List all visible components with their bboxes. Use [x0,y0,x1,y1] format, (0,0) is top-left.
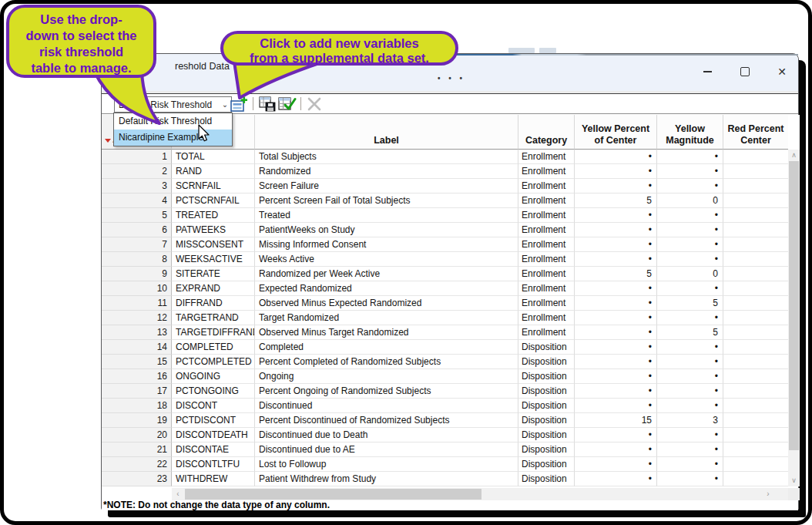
row-number-cell[interactable]: 6 [102,223,172,237]
yellow-magnitude-cell[interactable]: 3 [657,413,723,428]
yellow-percent-cell[interactable]: • [575,252,657,267]
yellow-magnitude-cell[interactable]: 5 [657,325,723,340]
row-number-cell[interactable]: 5 [102,208,172,223]
label-cell[interactable]: Percent Discontinued of Randomized Subje… [255,413,518,428]
variable-cell[interactable]: EXPRAND [172,281,255,296]
red-percent-cell[interactable] [723,355,788,369]
yellow-percent-cell[interactable]: • [575,281,657,296]
label-cell[interactable]: Ongoing [255,369,518,384]
red-percent-cell[interactable] [723,399,788,413]
row-number-cell[interactable]: 2 [102,164,172,179]
category-cell[interactable]: Disposition [518,384,575,399]
table-row[interactable]: 14COMPLETEDCompletedDisposition•• [102,340,800,355]
table-row[interactable]: 16ONGOINGOngoingDisposition•• [102,369,800,384]
category-cell[interactable]: Enrollment [518,281,575,296]
scroll-right-icon[interactable]: › [762,488,774,500]
row-number-cell[interactable]: 9 [102,267,172,281]
category-cell[interactable]: Enrollment [518,208,575,223]
yellow-magnitude-cell[interactable]: • [657,384,723,399]
yellow-percent-cell[interactable]: • [575,311,657,325]
horizontal-scrollbar[interactable]: ‹ › [172,488,788,500]
yellow-percent-cell[interactable]: • [575,340,657,355]
red-percent-cell[interactable] [723,325,788,340]
row-number-cell[interactable]: 15 [102,355,172,369]
label-cell[interactable]: Screen Failure [255,179,518,194]
variable-cell[interactable]: TREATED [172,208,255,223]
variable-cell[interactable]: ONGOING [172,369,255,384]
category-cell[interactable]: Enrollment [518,252,575,267]
variable-cell[interactable]: DISCONTLTFU [172,457,255,472]
red-percent-cell[interactable] [723,428,788,443]
variable-cell[interactable]: SCRNFAIL [172,179,255,194]
yellow-percent-cell[interactable]: • [575,223,657,237]
variable-cell[interactable]: DIFFRAND [172,296,255,311]
label-cell[interactable]: Weeks Active [255,252,518,267]
row-number-cell[interactable]: 14 [102,340,172,355]
maximize-button[interactable] [727,60,763,83]
label-cell[interactable]: Percent Screen Fail of Total Subjects [255,194,518,208]
delete-variable-button[interactable] [305,95,324,113]
yellow-magnitude-cell[interactable]: • [657,311,723,325]
yellow-magnitude-cell[interactable]: • [657,150,723,164]
variable-cell[interactable]: WEEKSACTIVE [172,252,255,267]
red-percent-cell[interactable] [723,369,788,384]
variable-cell[interactable]: DISCONTAE [172,443,255,457]
table-row[interactable]: 10EXPRANDExpected RandomizedEnrollment•• [102,281,800,296]
add-variables-button[interactable] [230,95,248,113]
table-row[interactable]: 9SITERATERandomized per Week ActiveEnrol… [102,267,800,281]
label-cell[interactable]: Discontinued due to Death [255,428,518,443]
category-cell[interactable]: Disposition [518,472,575,486]
yellow-percent-cell[interactable]: • [575,355,657,369]
yellow-percent-cell[interactable]: • [575,150,657,164]
label-cell[interactable]: Percent Ongoing of Randomized Subjects [255,384,518,399]
table-row[interactable]: 2RANDRandomizedEnrollment•• [102,164,800,179]
label-cell[interactable]: Observed Minus Target Randomized [255,325,518,340]
scroll-down-icon[interactable]: ∨ [788,475,800,486]
yellow-percent-cell[interactable]: • [575,164,657,179]
yellow-magnitude-cell[interactable]: • [657,472,723,486]
table-row[interactable]: 4PCTSCRNFAILPercent Screen Fail of Total… [102,194,800,208]
table-row[interactable]: 8WEEKSACTIVEWeeks ActiveEnrollment•• [102,252,800,267]
close-button[interactable]: ✕ [764,60,800,83]
red-percent-cell[interactable] [723,267,788,281]
dropdown-item-nicardipine-example[interactable]: Nicardipine Example [114,130,232,146]
vertical-scroll-thumb[interactable] [789,161,799,450]
minimize-button[interactable] [690,60,725,83]
yellow-magnitude-cell[interactable]: • [657,355,723,369]
row-number-cell[interactable]: 1 [102,150,172,164]
yellow-percent-cell[interactable]: • [575,428,657,443]
scroll-up-icon[interactable]: ∧ [788,150,800,161]
label-cell[interactable]: Treated [255,208,518,223]
yellow-magnitude-cell[interactable]: • [657,399,723,413]
table-row[interactable]: 12TARGETRANDTarget RandomizedEnrollment•… [102,311,800,325]
label-cell[interactable]: Discontinued due to AE [255,443,518,457]
red-percent-cell[interactable] [723,472,788,486]
row-number-cell[interactable]: 11 [102,296,172,311]
variable-cell[interactable]: DISCONTDEATH [172,428,255,443]
label-cell[interactable]: Randomized [255,164,518,179]
row-number-cell[interactable]: 7 [102,237,172,252]
label-cell[interactable]: Patient Withdrew from Study [255,472,518,486]
table-row[interactable]: 18DISCONTDiscontinuedDisposition•• [102,399,800,413]
save-table-button[interactable] [258,95,277,113]
column-header-category[interactable]: Category [518,115,575,150]
red-percent-cell[interactable] [723,194,788,208]
label-cell[interactable]: Discontinued [255,399,518,413]
yellow-percent-cell[interactable]: • [575,369,657,384]
dropdown-item-default-risk-threshold[interactable]: Default Risk Threshold [114,113,232,130]
yellow-percent-cell[interactable]: • [575,443,657,457]
row-number-cell[interactable]: 12 [102,311,172,325]
yellow-magnitude-cell[interactable]: • [657,457,723,472]
yellow-percent-cell[interactable]: 15 [575,413,657,428]
table-row[interactable]: 17PCTONGOINGPercent Ongoing of Randomize… [102,384,800,399]
table-row[interactable]: 11DIFFRANDObserved Minus Expected Random… [102,296,800,311]
row-number-cell[interactable]: 21 [102,443,172,457]
red-percent-cell[interactable] [723,252,788,267]
yellow-magnitude-cell[interactable]: • [657,428,723,443]
red-percent-cell[interactable] [723,413,788,428]
yellow-percent-cell[interactable]: • [575,296,657,311]
label-cell[interactable]: Percent Completed of Randomized Subjects [255,355,518,369]
label-cell[interactable]: Missing Informed Consent [255,237,518,252]
category-cell[interactable]: Disposition [518,399,575,413]
variable-cell[interactable]: PCTCOMPLETED [172,355,255,369]
